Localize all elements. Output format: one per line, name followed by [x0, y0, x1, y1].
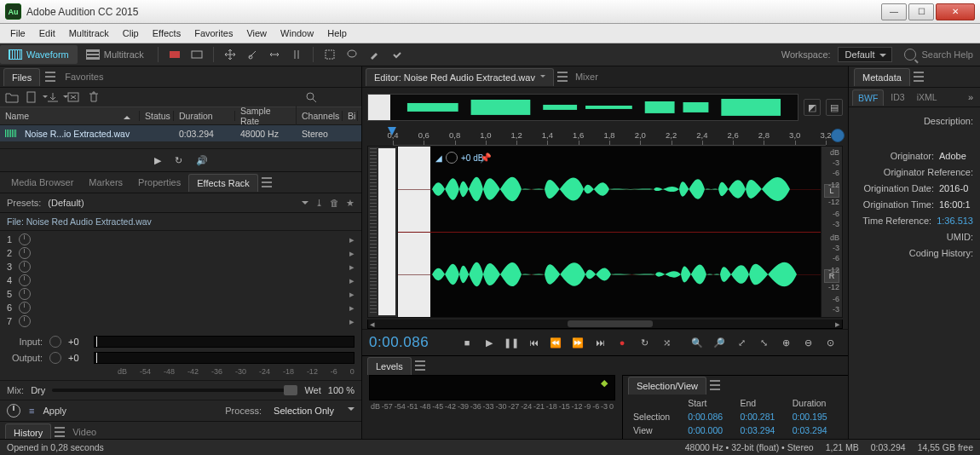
record-button[interactable]: ● [614, 335, 631, 350]
power-icon[interactable] [19, 247, 31, 259]
zoom-full-icon[interactable]: ⤢ [733, 335, 750, 350]
scroll-thumb[interactable] [568, 320, 653, 327]
col-bit[interactable]: Bi [343, 111, 358, 121]
window-minimize-button[interactable]: — [881, 3, 907, 20]
menu-multitrack[interactable]: Multitrack [62, 26, 116, 40]
col-channels[interactable]: Channels [297, 111, 343, 121]
waveform-editor[interactable]: ◢ +0 dB 📌 L R dB-3-6-12-12-6-3dB-3-6-12-… [362, 146, 848, 320]
preset-delete-icon[interactable]: 🗑 [330, 198, 339, 209]
time-display[interactable]: 0:00.086 [369, 334, 429, 351]
workspace-dropdown[interactable]: Default [838, 47, 893, 62]
editor-dropdown-icon[interactable] [540, 75, 545, 80]
fx-slot[interactable]: 6▸ [0, 301, 361, 314]
tab-effects-rack[interactable]: Effects Rack [188, 174, 258, 192]
tab-selection-view[interactable]: Selection/View [628, 377, 706, 395]
files-panel-menu-icon[interactable] [45, 72, 55, 82]
power-icon[interactable] [19, 315, 31, 327]
fx-slot[interactable]: 7▸ [0, 314, 361, 328]
tool-razor-icon[interactable] [245, 48, 259, 61]
timeline-ruler[interactable]: 0,40,60,81,01,21,41,61,82,02,22,42,62,83… [362, 127, 848, 146]
process-value[interactable]: Selection Only [274, 406, 334, 416]
go-start-button[interactable]: ⏮ [525, 335, 542, 350]
power-icon[interactable] [19, 288, 31, 300]
metadata-more-icon[interactable]: » [965, 92, 977, 102]
fx-slot[interactable]: 4▸ [0, 274, 361, 287]
tab-editor[interactable]: Editor: Noise Red Audio Extracted.wav [366, 68, 554, 86]
levels-menu-icon[interactable] [415, 360, 425, 371]
selview-menu-icon[interactable] [710, 380, 720, 390]
tool-brush-icon[interactable] [367, 48, 381, 61]
spectral-freq-icon[interactable] [168, 48, 182, 61]
sv-view-start[interactable]: 0:00.000 [684, 423, 736, 437]
open-file-icon[interactable] [5, 91, 19, 103]
preset-favorite-icon[interactable]: ★ [346, 198, 355, 209]
input-knob[interactable] [49, 336, 61, 348]
editor-menu-icon[interactable] [557, 72, 568, 82]
tool-lasso-icon[interactable] [345, 48, 359, 61]
col-sample-rate[interactable]: Sample Rate [235, 106, 297, 126]
loop-button[interactable]: ↻ [636, 335, 653, 350]
history-menu-icon[interactable] [55, 427, 65, 437]
rack-edit-icon[interactable]: ≡ [29, 406, 34, 416]
sv-sel-end[interactable]: 0:00.281 [736, 410, 788, 423]
stop-button[interactable]: ■ [458, 335, 476, 350]
files-row[interactable]: Noise R...io Extracted.wav 0:03.294 4800… [0, 125, 361, 141]
tab-metadata[interactable]: Metadata [854, 68, 910, 86]
clip-indicator-icon[interactable]: ◆ [601, 377, 613, 389]
sv-view-dur[interactable]: 0:03.294 [789, 423, 841, 437]
overview-track[interactable] [367, 94, 798, 121]
mode-multitrack-button[interactable]: Multitrack [78, 45, 153, 64]
tab-ixml[interactable]: iXML [912, 89, 943, 105]
meta-originator-value[interactable]: Adobe [939, 151, 973, 161]
col-name[interactable]: Name [0, 111, 140, 121]
power-icon[interactable] [19, 302, 31, 314]
go-end-button[interactable]: ⏭ [591, 335, 608, 350]
window-maximize-button[interactable]: ☐ [908, 3, 934, 20]
scroll-right-icon[interactable]: ▸ [833, 320, 842, 328]
sv-sel-start[interactable]: 0:00.086 [684, 410, 736, 423]
zoom-in-amp-icon[interactable]: ⊕ [777, 335, 794, 350]
meta-timeref-value[interactable]: 1:36.513 [937, 216, 973, 226]
fx-slot[interactable]: 3▸ [0, 260, 361, 274]
sv-sel-dur[interactable]: 0:00.195 [789, 410, 841, 423]
window-close-button[interactable]: ✕ [936, 3, 975, 20]
new-file-icon[interactable] [26, 91, 39, 103]
menu-effects[interactable]: Effects [146, 26, 187, 40]
skip-selection-button[interactable]: ⤮ [658, 335, 675, 350]
tab-media-browser[interactable]: Media Browser [3, 174, 81, 191]
sv-view-end[interactable]: 0:03.294 [736, 423, 788, 437]
zoom-in-time-icon[interactable]: 🔍 [689, 335, 706, 350]
tool-marquee-icon[interactable] [323, 48, 337, 61]
tab-video[interactable]: Video [65, 423, 104, 441]
pause-button[interactable]: ❚❚ [503, 335, 520, 350]
apply-button[interactable]: Apply [43, 406, 66, 416]
horizontal-scrollbar[interactable]: ◂ ▸ [367, 320, 843, 329]
tab-id3[interactable]: ID3 [885, 89, 909, 105]
trash-icon[interactable] [87, 91, 101, 103]
tab-markers[interactable]: Markers [81, 174, 130, 191]
col-status[interactable]: Status [140, 111, 174, 121]
power-icon[interactable] [19, 274, 31, 286]
fx-slot[interactable]: 1▸ [0, 233, 361, 246]
scroll-left-icon[interactable]: ◂ [368, 320, 377, 328]
tool-slip-icon[interactable] [268, 48, 281, 61]
process-dropdown-icon[interactable] [348, 407, 355, 414]
meta-origtime-value[interactable]: 16:00:1 [939, 199, 973, 210]
meta-origdate-value[interactable]: 2016-0 [939, 183, 973, 193]
mode-waveform-button[interactable]: Waveform [0, 45, 78, 64]
view-spectral-icon[interactable]: ▤ [826, 99, 843, 116]
zoom-navigator-icon[interactable]: ◩ [804, 99, 821, 116]
presets-dropdown-icon[interactable] [302, 201, 308, 209]
files-play-icon[interactable]: ▶ [154, 155, 161, 166]
cti-options-icon[interactable] [831, 129, 845, 142]
tab-mixer[interactable]: Mixer [568, 68, 606, 85]
presets-value[interactable]: (Default) [48, 198, 84, 208]
col-duration[interactable]: Duration [174, 111, 235, 121]
zoom-selection-icon[interactable]: ⤡ [755, 335, 772, 350]
zoom-out-time-icon[interactable]: 🔎 [711, 335, 728, 350]
import-icon[interactable] [46, 91, 60, 103]
menu-view[interactable]: View [239, 26, 274, 40]
preset-save-icon[interactable]: ⤓ [315, 198, 323, 209]
fx-slot[interactable]: 5▸ [0, 287, 361, 301]
play-button[interactable]: ▶ [481, 335, 498, 350]
